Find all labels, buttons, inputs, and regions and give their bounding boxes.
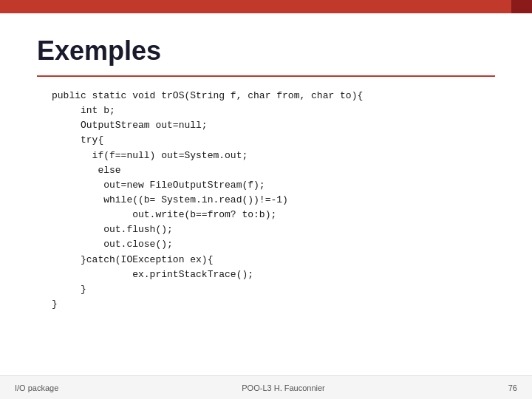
slide-content: Exemples public static void trOS(String … — [0, 13, 532, 375]
code-line: public static void trOS(String f, char f… — [52, 89, 495, 103]
code-line: } — [52, 282, 495, 297]
slide-title: Exemples — [37, 35, 495, 66]
code-line: out.write(b==from? to:b); — [52, 208, 495, 222]
footer-center: POO-L3 H. Fauconnier — [242, 383, 325, 392]
code-line: out.flush(); — [52, 222, 495, 237]
code-line: while((b= System.in.read())!=-1) — [52, 193, 495, 208]
footer: I/O package POO-L3 H. Fauconnier 76 — [0, 375, 532, 399]
code-line: OutputStream out=null; — [52, 118, 495, 133]
code-line: try{ — [52, 133, 495, 148]
code-line: out=new FileOutputStream(f); — [52, 178, 495, 193]
code-line: if(f==null) out=System.out; — [52, 149, 495, 163]
code-block: public static void trOS(String f, char f… — [37, 89, 495, 312]
code-line: int b; — [52, 103, 495, 118]
footer-left: I/O package — [15, 383, 58, 392]
code-line: } — [52, 297, 495, 312]
footer-right: 76 — [508, 383, 517, 392]
top-bar — [0, 0, 532, 13]
code-line: else — [52, 163, 495, 178]
code-line: ex.printStackTrace(); — [52, 267, 495, 282]
code-line: out.close(); — [52, 237, 495, 252]
divider — [37, 75, 495, 77]
code-line: }catch(IOException ex){ — [52, 253, 495, 267]
corner-box — [511, 0, 532, 13]
